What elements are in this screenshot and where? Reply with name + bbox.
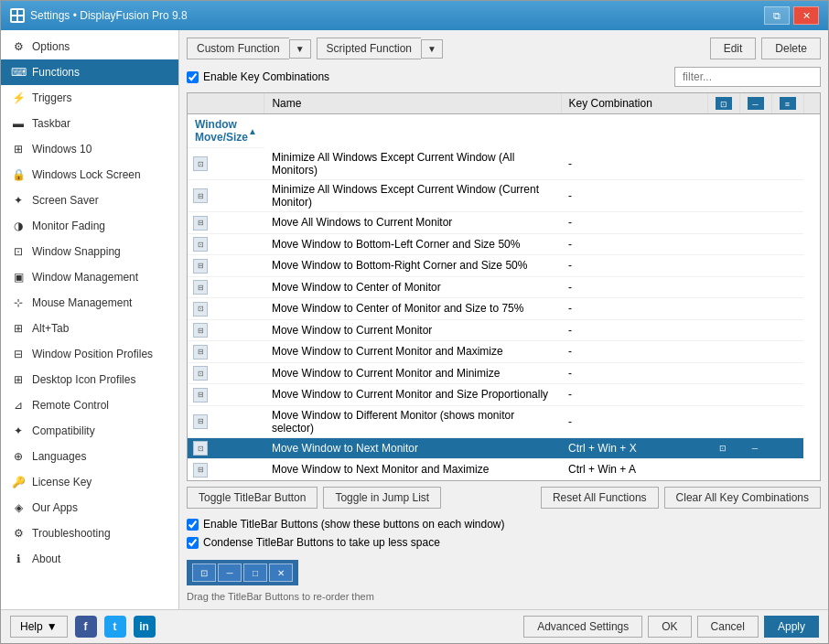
sidebar-item-lock-screen[interactable]: 🔒 Windows Lock Screen — [1, 162, 178, 188]
row-monitor-action — [707, 319, 739, 341]
snapping-icon: ⊡ — [10, 243, 27, 260]
table-row[interactable]: ⊟Move Window to Current Monitor and Size… — [188, 384, 820, 406]
toggle-jump-button[interactable]: Toggle in Jump List — [323, 487, 441, 509]
tb-btn-monitor[interactable]: ⊡ — [192, 564, 216, 582]
scripted-function-button[interactable]: Scripted Function — [317, 38, 421, 59]
enable-titlebar-checkbox[interactable] — [187, 519, 199, 531]
table-row[interactable]: ⊟Move Window to Current Monitor and Maxi… — [188, 341, 820, 363]
row-empty — [771, 362, 803, 384]
sidebar-item-monitor-fading[interactable]: ◑ Monitor Fading — [1, 213, 178, 239]
row-icon: ⊟ — [188, 480, 264, 481]
advanced-settings-button[interactable]: Advanced Settings — [523, 616, 642, 638]
sidebar-item-triggers[interactable]: ⚡ Triggers — [1, 85, 178, 111]
table-row[interactable]: ⊡Move Window to Bottom-Left Corner and S… — [188, 233, 820, 255]
row-key-combination: - — [561, 480, 707, 481]
row-monitor-action — [707, 212, 739, 234]
enable-titlebar-label: Enable TitleBar Buttons (show these butt… — [203, 518, 505, 531]
sidebar-item-about[interactable]: ℹ About — [1, 546, 178, 572]
table-row[interactable]: ⊡Move Window to Current Monitor and Mini… — [188, 362, 820, 384]
custom-function-arrow[interactable]: ▼ — [289, 39, 311, 59]
sidebar-item-taskbar[interactable]: ▬ Taskbar — [1, 111, 178, 136]
row-minimize-action — [739, 148, 771, 180]
table-row[interactable]: ⊡Move Window to Next MonitorCtrl + Win +… — [188, 437, 820, 459]
row-empty — [771, 405, 803, 437]
enable-key-combos-label: Enable Key Combinations — [203, 70, 329, 83]
scripted-function-dropdown[interactable]: Scripted Function ▼ — [317, 38, 443, 59]
close-button[interactable]: ✕ — [793, 6, 819, 25]
custom-function-button[interactable]: Custom Function — [187, 38, 289, 59]
row-name: Move Window to Center of Monitor and Siz… — [264, 298, 561, 320]
restore-button[interactable]: ⧉ — [764, 6, 790, 25]
table-row[interactable]: ⊟Move Window to Bottom-Right Corner and … — [188, 255, 820, 277]
screensaver-icon: ✦ — [10, 192, 27, 209]
sidebar-item-mouse-management[interactable]: ⊹ Mouse Management — [1, 290, 178, 316]
sidebar-item-license-key[interactable]: 🔑 License Key — [1, 469, 178, 495]
custom-function-dropdown[interactable]: Custom Function ▼ — [187, 38, 311, 59]
row-minimize-action — [739, 459, 771, 481]
sidebar-item-our-apps[interactable]: ◈ Our Apps — [1, 495, 178, 521]
col-minimize-icon[interactable]: ─ — [739, 93, 771, 114]
sidebar-item-functions[interactable]: ⌨ Functions — [1, 59, 178, 85]
facebook-icon[interactable]: f — [75, 616, 97, 638]
col-list-icon[interactable]: ≡ — [771, 93, 803, 114]
twitter-icon[interactable]: t — [104, 616, 126, 638]
sidebar-item-remote-control[interactable]: ⊿ Remote Control — [1, 392, 178, 418]
sidebar-item-desktop-icon-profiles[interactable]: ⊞ Desktop Icon Profiles — [1, 367, 178, 392]
sidebar-item-screen-saver[interactable]: ✦ Screen Saver — [1, 188, 178, 213]
sidebar-item-alt-tab[interactable]: ⊞ Alt+Tab — [1, 316, 178, 341]
edit-button[interactable]: Edit — [710, 38, 757, 59]
title-bar-left: Settings • DisplayFusion Pro 9.8 — [10, 8, 188, 23]
table-row[interactable]: ⊟Move Window to Next Monitor and Minimiz… — [188, 480, 820, 481]
row-key-combination: - — [561, 180, 707, 212]
sidebar-label-lock-screen: Windows Lock Screen — [32, 168, 141, 181]
scripted-function-arrow[interactable]: ▼ — [421, 39, 443, 59]
sidebar-label-screen-saver: Screen Saver — [32, 194, 99, 207]
table-row[interactable]: ⊟Move All Windows to Current Monitor- — [188, 212, 820, 234]
table-row[interactable]: ⊟Move Window to Current Monitor- — [188, 319, 820, 341]
cancel-button[interactable]: Cancel — [697, 616, 759, 638]
delete-button[interactable]: Delete — [761, 38, 821, 59]
tb-btn-minimize[interactable]: ─ — [218, 564, 242, 582]
table-row[interactable]: ⊡Move Window to Center of Monitor and Si… — [188, 298, 820, 320]
collapse-arrow[interactable]: ▲ — [248, 126, 257, 136]
sidebar-label-window-management: Window Management — [32, 271, 138, 284]
reset-all-button[interactable]: Reset All Functions — [541, 487, 659, 509]
sidebar-item-options[interactable]: ⚙ Options — [1, 34, 178, 59]
table-row[interactable]: ⊟Minimize All Windows Except Current Win… — [188, 180, 820, 212]
row-minimize-action — [739, 384, 771, 406]
title-bar-controls: ⧉ ✕ — [764, 6, 819, 25]
sidebar-item-compatibility[interactable]: ✦ Compatibility — [1, 418, 178, 444]
table-row[interactable]: ⊟Move Window to Next Monitor and Maximiz… — [188, 459, 820, 481]
condense-titlebar-checkbox[interactable] — [187, 537, 199, 549]
ok-button[interactable]: OK — [648, 616, 691, 638]
clear-all-button[interactable]: Clear All Key Combinations — [664, 487, 821, 509]
table-row[interactable]: ⊟Move Window to Different Monitor (shows… — [188, 405, 820, 437]
windows-icon: ⊞ — [10, 141, 27, 157]
col-key-combination: Key Combination — [561, 93, 707, 114]
col-monitor-icon[interactable]: ⊡ — [707, 93, 739, 114]
toggle-titlebar-button[interactable]: Toggle TitleBar Button — [187, 487, 318, 509]
row-key-combination: - — [561, 341, 707, 363]
linkedin-icon[interactable]: in — [134, 616, 156, 638]
sidebar-item-window-position-profiles[interactable]: ⊟ Window Position Profiles — [1, 341, 178, 367]
tb-btn-maximize[interactable]: □ — [243, 564, 267, 582]
troubleshoot-icon: ⚙ — [10, 525, 27, 542]
sidebar-item-windows10[interactable]: ⊞ Windows 10 — [1, 136, 178, 162]
table-row[interactable]: ⊟Move Window to Center of Monitor- — [188, 276, 820, 298]
filter-input[interactable] — [674, 67, 821, 87]
row-icon: ⊟ — [188, 180, 264, 212]
help-button[interactable]: Help ▼ — [10, 616, 68, 638]
row-icon: ⊟ — [188, 341, 264, 363]
sidebar-item-window-management[interactable]: ▣ Window Management — [1, 264, 178, 290]
row-empty — [771, 233, 803, 255]
sidebar-item-window-snapping[interactable]: ⊡ Window Snapping — [1, 239, 178, 264]
apply-button[interactable]: Apply — [764, 616, 819, 638]
sidebar-item-troubleshooting[interactable]: ⚙ Troubleshooting — [1, 521, 178, 546]
tb-btn-close[interactable]: ✕ — [269, 564, 293, 582]
enable-key-combos-checkbox[interactable] — [187, 71, 199, 83]
row-monitor-action — [707, 298, 739, 320]
sidebar-item-languages[interactable]: ⊕ Languages — [1, 444, 178, 469]
sidebar-label-windows10: Windows 10 — [32, 143, 92, 156]
row-minimize-action: ─ — [739, 437, 771, 459]
table-row[interactable]: ⊡Minimize All Windows Except Current Win… — [188, 148, 820, 180]
